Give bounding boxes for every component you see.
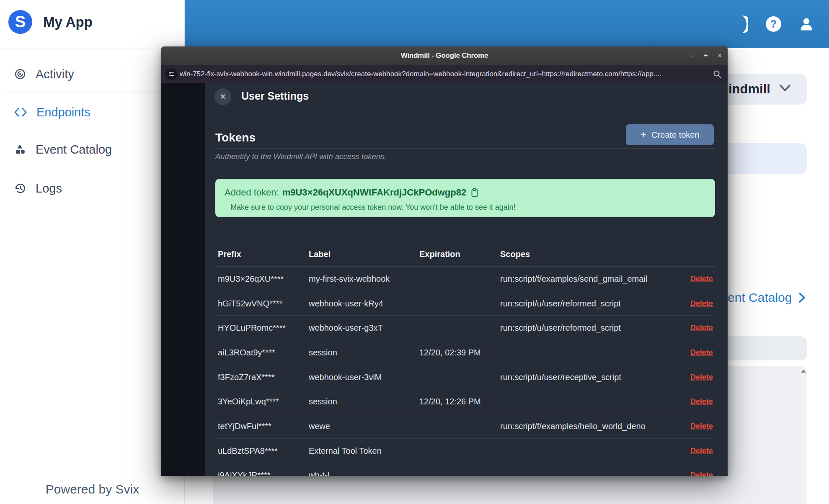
token-label: wewe: [309, 421, 330, 431]
delete-link[interactable]: Delete: [690, 397, 713, 406]
user-icon[interactable]: [799, 17, 814, 32]
table-row: i9AjXYkJR**** wh-t-l Delete: [215, 463, 715, 476]
column-prefix: Prefix: [218, 249, 241, 259]
table-row: HYOLuPRomc**** webhook-user-g3xT run:scr…: [215, 316, 715, 340]
token-label: webhook-user-kRy4: [309, 298, 383, 308]
added-token-banner: Added token: m9U3×26qXUXqNWtFAKrdjJCkPOd…: [215, 179, 715, 217]
token-prefix: 3YeOiKpLwq****: [218, 397, 279, 406]
dark-mode-moon-icon[interactable]: [736, 15, 748, 33]
token-value: m9U3×26qXUXqNWtFAKrdjJCkPOdwgp82: [282, 187, 466, 198]
scrollbar[interactable]: [801, 366, 807, 504]
delete-link[interactable]: Delete: [690, 446, 713, 455]
sidebar-divider: [0, 49, 185, 49]
chevron-right-icon: [797, 292, 807, 303]
column-scopes: Scopes: [500, 249, 530, 259]
delete-link[interactable]: Delete: [690, 299, 713, 308]
token-prefix: m9U3×26qXU****: [218, 274, 284, 283]
site-settings-icon[interactable]: [165, 68, 177, 80]
sidebar-item-label: Event Catalog: [36, 143, 112, 157]
help-icon[interactable]: ?: [766, 16, 781, 32]
table-row: m9U3×26qXU**** my-first-svix-webhook run…: [215, 267, 715, 291]
event-catalog-link[interactable]: ent Catalog: [728, 291, 807, 305]
delete-link[interactable]: Delete: [690, 274, 713, 283]
create-token-label: Create token: [651, 130, 700, 140]
app-sidebar: S My App Activity Endpoints: [0, 0, 185, 504]
svix-logo-icon: S: [8, 10, 32, 34]
create-token-button[interactable]: + Create token: [626, 124, 714, 145]
token-prefix: aiL3ROat9y****: [218, 347, 275, 357]
app-brand: S My App: [8, 10, 93, 34]
sidebar-item-logs[interactable]: Logs: [0, 176, 185, 201]
event-catalog-link-label: ent Catalog: [728, 291, 792, 305]
section-divider: [215, 148, 715, 149]
close-button[interactable]: ×: [718, 52, 722, 59]
added-token-label: Added token:: [225, 187, 279, 198]
copy-clipboard-icon[interactable]: [470, 188, 479, 197]
table-row: tetYjDwFul**** wewe run:script/f/example…: [215, 414, 715, 439]
minimize-button[interactable]: –: [690, 52, 694, 59]
token-scopes: run:script/u/user/reformed_script: [500, 298, 621, 308]
token-prefix: HYOLuPRomc****: [218, 323, 286, 333]
zoom-search-icon[interactable]: [713, 69, 722, 79]
plus-icon: +: [640, 129, 646, 141]
sidebar-item-label: Logs: [36, 182, 62, 195]
token-label: wh-t-l: [309, 471, 329, 476]
token-scopes: run:script/f/examples/hello_world_deno: [500, 421, 646, 431]
page-backdrop: ✕ User Settings Tokens + Create token Au…: [161, 83, 728, 476]
token-scopes: run:script/f/examples/send_gmail_email: [500, 274, 647, 283]
delete-link[interactable]: Delete: [690, 373, 713, 381]
chrome-window: Windmill - Google Chrome – + × win-752-f…: [161, 46, 728, 476]
token-prefix: f3FzoZ7raX****: [218, 372, 275, 382]
scroll-up-arrow-icon[interactable]: [801, 370, 806, 373]
sidebar-item-label: Activity: [36, 67, 74, 81]
app-name: My App: [43, 14, 93, 30]
token-expiration: 12/20, 02:39 PM: [419, 347, 481, 357]
endpoints-icon: [14, 107, 27, 118]
table-row: f3FzoZ7raX**** webhook-user-3vlM run:scr…: [215, 365, 715, 390]
table-row: hGiT52wVNQ**** webhook-user-kRy4 run:scr…: [215, 291, 715, 316]
token-label: session: [309, 347, 337, 357]
maximize-button[interactable]: +: [704, 52, 708, 59]
token-scopes: run:script/u/user/reformed_script: [500, 323, 621, 333]
logs-history-icon: [14, 182, 26, 195]
token-expiration: 12/20, 12:26 PM: [419, 397, 481, 406]
token-prefix: hGiT52wVNQ****: [218, 298, 283, 308]
sidebar-item-activity[interactable]: Activity: [0, 62, 185, 87]
delete-link[interactable]: Delete: [690, 422, 713, 430]
activity-icon: [14, 68, 26, 80]
screen: ? S My App Activity: [0, 0, 829, 504]
table-row: 3YeOiKpLwq**** session 12/20, 12:26 PM D…: [215, 389, 715, 414]
tokens-table-body: m9U3×26qXU**** my-first-svix-webhook run…: [215, 267, 715, 476]
sidebar-item-endpoints[interactable]: Endpoints: [0, 100, 185, 125]
tokens-subtitle: Authentify to the Windmill API with acce…: [215, 152, 386, 161]
token-scopes: run:script/u/user/receptive_script: [500, 372, 621, 382]
token-label: my-first-svix-webhook: [309, 274, 390, 283]
tokens-heading: Tokens: [215, 131, 256, 144]
sidebar-divider: [3, 92, 185, 93]
close-drawer-button[interactable]: ✕: [214, 88, 231, 105]
token-label: webhook-user-g3xT: [309, 323, 383, 333]
sidebar-item-event-catalog[interactable]: Event Catalog: [0, 137, 185, 162]
delete-link[interactable]: Delete: [690, 324, 713, 332]
delete-link[interactable]: Delete: [690, 471, 713, 476]
url-input[interactable]: win-752-fix-svix-webhook-win.windmill.pa…: [180, 65, 708, 83]
window-title: Windmill - Google Chrome: [401, 51, 488, 60]
table-row: uLdBztSPA8**** External Tool Token Delet…: [215, 439, 715, 463]
drawer-title: User Settings: [241, 90, 309, 102]
window-titlebar[interactable]: Windmill - Google Chrome – + ×: [161, 46, 728, 65]
workspace-name: indmill: [728, 82, 770, 97]
token-label: session: [309, 397, 337, 406]
sidebar-item-label: Endpoints: [36, 105, 90, 119]
column-expiration: Expiration: [419, 249, 460, 259]
url-bar[interactable]: win-752-fix-svix-webhook-win.windmill.pa…: [161, 65, 728, 83]
copy-warning-text: Make sure to copy your personal access t…: [230, 203, 516, 212]
app-topbar: ?: [185, 0, 829, 48]
event-catalog-icon: [14, 143, 26, 156]
delete-link[interactable]: Delete: [690, 348, 713, 357]
token-label: webhook-user-3vlM: [309, 372, 382, 382]
drawer-header: ✕ User Settings: [205, 83, 728, 110]
tokens-table-header: Prefix Label Expiration Scopes: [215, 248, 715, 267]
column-label: Label: [309, 249, 331, 259]
drawer-body: Tokens + Create token Authentify to the …: [215, 110, 715, 476]
token-prefix: uLdBztSPA8****: [218, 446, 278, 455]
